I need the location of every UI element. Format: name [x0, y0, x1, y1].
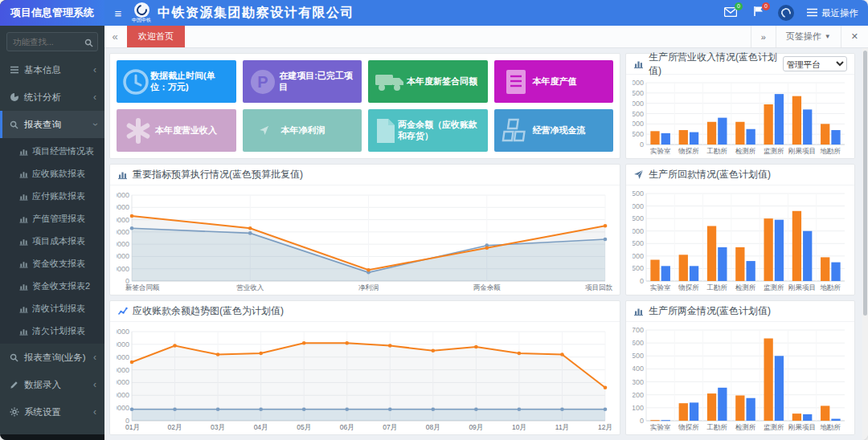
svg-text:实验室: 实验室 — [650, 147, 671, 155]
sidebar-subitem-5[interactable]: 资金收支报表 — [0, 252, 104, 275]
tab-welcome-home[interactable]: 欢迎首页 — [127, 26, 185, 47]
sidebar-item-4[interactable]: 数据录入‹ — [0, 371, 104, 398]
svg-text:40000: 40000 — [117, 228, 129, 236]
sidebar-submenu: 项目经营情况表应收账款报表应付账款报表产值管理报表项目成本报表资金收支报表资金收… — [0, 138, 104, 344]
sidebar-subitem-8[interactable]: 清欠计划报表 — [0, 320, 104, 342]
mail-button[interactable]: 0 — [723, 6, 738, 19]
svg-text:500: 500 — [633, 264, 644, 272]
crec-round-logo-icon[interactable] — [778, 5, 794, 21]
platform-select[interactable]: 管理平台 — [783, 56, 847, 71]
app-window: 项目信息管理系统 基本信息‹统计分析‹报表查询‹项目经营情况表应收账款报表应付账… — [0, 0, 868, 440]
svg-text:10000: 10000 — [117, 404, 129, 412]
twofunds-chart-panel: 生产所两金情况(蓝色计划值) 0100200300400500600700实验室… — [625, 300, 855, 435]
vertical-scrollbar[interactable] — [862, 48, 868, 440]
svg-text:06月: 06月 — [340, 423, 354, 431]
crec-emblem-icon — [134, 2, 149, 18]
bars-icon — [19, 237, 32, 246]
twofunds-chart: 0100200300400500600700实验室物探所工勘所检测所监测所刚果项… — [626, 322, 854, 434]
kpi-card-2[interactable]: 本年度新签合同额 — [368, 60, 488, 103]
kpi-card-0[interactable]: 数据截止时间(单位：万元) — [117, 60, 236, 103]
notice-button[interactable]: 0 — [751, 6, 765, 19]
sidebar-item-0[interactable]: 基本信息‹ — [0, 56, 104, 84]
sidebar-subitem-label: 项目成本报表 — [32, 235, 85, 247]
sidebar-item-1[interactable]: 统计分析‹ — [0, 84, 104, 111]
svg-text:刚果项目: 刚果项目 — [788, 147, 816, 155]
svg-text:60000: 60000 — [117, 203, 129, 211]
tabs-scroll-right-button[interactable]: » — [751, 26, 776, 47]
svg-text:100: 100 — [633, 404, 644, 412]
kpi-card-label: 本年度产值 — [533, 76, 577, 88]
svg-text:营业收入: 营业收入 — [236, 283, 264, 291]
chevron-icon: ‹ — [93, 379, 96, 390]
sidebar-subitem-label: 清收计划报表 — [32, 303, 85, 315]
main-content: 数据截止时间(单位：万元)P在建项目:已完工项目本年度新签合同额本年度产值本年度… — [104, 48, 868, 440]
recent-operations-button[interactable]: 最近操作 — [807, 7, 858, 19]
kpi-card-3[interactable]: 本年度产值 — [494, 60, 614, 103]
logo-caption: 中国中铁 — [132, 18, 151, 23]
svg-text:3000: 3000 — [633, 79, 644, 87]
svg-text:监测所: 监测所 — [764, 423, 784, 431]
document-icon — [499, 68, 533, 96]
kpi-card-1[interactable]: P在建项目:已完工项目 — [243, 60, 362, 103]
payment-chart-panel: 生产所回款情况(蓝色计划值) 0500100015002000250030003… — [625, 164, 855, 295]
close-tabs-button[interactable]: ✕ — [841, 26, 868, 47]
sidebar-item-label: 基本信息 — [24, 64, 93, 76]
svg-text:12月: 12月 — [598, 423, 612, 431]
sidebar-item-label: 统计分析 — [24, 92, 93, 104]
scrollbar-thumb[interactable] — [863, 51, 867, 316]
company-logo: 中国中铁 — [132, 2, 151, 23]
kpi-card-4[interactable]: 本年度营业收入 — [117, 109, 236, 152]
paper-plane-icon — [633, 169, 644, 180]
sidebar-subitem-2[interactable]: 应付账款报表 — [0, 185, 104, 207]
notice-badge: 0 — [762, 2, 770, 10]
svg-text:70000: 70000 — [117, 191, 129, 199]
sidebar-item-5[interactable]: 系统设置‹ — [0, 398, 104, 426]
gear-icon — [10, 407, 24, 417]
sidebar-subitem-0[interactable]: 项目经营情况表 — [0, 140, 104, 162]
asterisk-icon — [121, 117, 155, 145]
tabs-scroll-left-button[interactable]: « — [104, 26, 125, 47]
kpi-card-6[interactable]: 两金余额（应收账款和存货） — [368, 109, 488, 152]
svg-text:600: 600 — [633, 339, 644, 347]
sidebar-subitem-7[interactable]: 清收计划报表 — [0, 297, 104, 320]
svg-text:300: 300 — [633, 378, 644, 386]
svg-text:物探所: 物探所 — [678, 423, 699, 431]
sidebar-item-3[interactable]: 报表查询(业务)‹ — [0, 344, 104, 371]
sidebar-item-2[interactable]: 报表查询‹ — [0, 111, 104, 138]
svg-text:工勘所: 工勘所 — [706, 147, 727, 155]
sidebar-subitem-label: 产值管理报表 — [32, 213, 85, 225]
search-icon — [10, 120, 24, 129]
hamburger-menu-icon[interactable]: ≡ — [104, 6, 132, 20]
svg-text:监测所: 监测所 — [764, 283, 784, 291]
sidebar-item-label: 报表查询 — [24, 119, 93, 131]
bars-icon — [19, 259, 32, 268]
svg-text:60000: 60000 — [117, 340, 129, 348]
svg-text:07月: 07月 — [383, 423, 397, 431]
sidebar-subitem-4[interactable]: 项目成本报表 — [0, 230, 104, 252]
company-name: 中铁资源集团勘察设计有限公司 — [158, 5, 354, 22]
svg-text:2500: 2500 — [633, 214, 644, 222]
svg-text:02月: 02月 — [168, 423, 182, 431]
sidebar-search — [6, 32, 98, 51]
twofunds-chart-title: 生产所两金情况(蓝色计划值) — [649, 304, 771, 318]
sidebar-subitem-6[interactable]: 资金收支报表2 — [0, 275, 104, 297]
menu-list-icon — [10, 65, 24, 75]
svg-text:地勘所: 地勘所 — [820, 423, 841, 431]
svg-text:05月: 05月 — [297, 423, 311, 431]
sidebar-subitem-1[interactable]: 应收账款报表 — [0, 162, 104, 185]
svg-text:地勘所: 地勘所 — [820, 283, 841, 291]
svg-text:1000: 1000 — [633, 120, 644, 128]
kpi-card-label: 在建项目:已完工项目 — [279, 71, 357, 93]
truck-icon — [373, 70, 407, 94]
sidebar-subitem-3[interactable]: 产值管理报表 — [0, 207, 104, 230]
svg-text:P: P — [258, 73, 268, 91]
parking-icon: P — [248, 67, 280, 96]
kpi-card-5[interactable]: 本年净利润 — [243, 109, 362, 152]
svg-text:50000: 50000 — [117, 353, 129, 361]
kpi-card-7[interactable]: 经营净现金流 — [494, 109, 614, 152]
svg-text:工勘所: 工勘所 — [706, 423, 727, 431]
payment-chart-title: 生产所回款情况(蓝色计划值) — [649, 168, 771, 181]
svg-text:2500: 2500 — [633, 89, 644, 97]
sidebar-subitem-label: 应收账款报表 — [32, 168, 85, 180]
tab-operations-dropdown[interactable]: 页签操作 ▼ — [776, 26, 841, 47]
